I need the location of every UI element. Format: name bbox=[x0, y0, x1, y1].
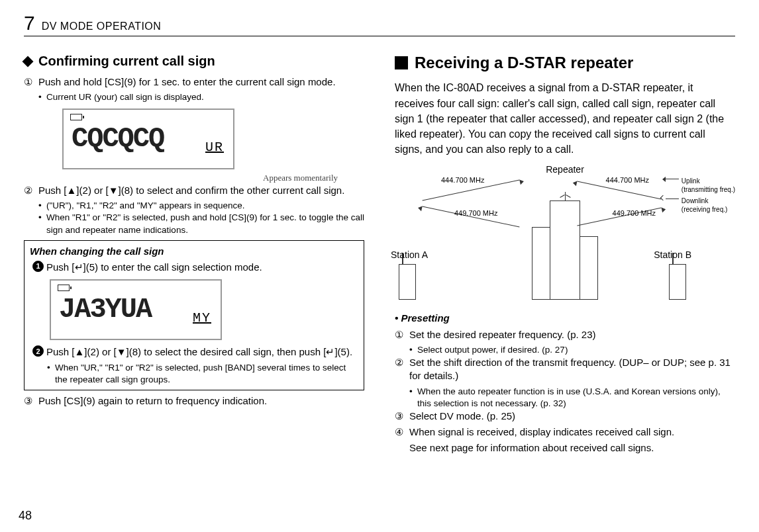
preset-step-2: ② Set the shift direction of the transmi… bbox=[395, 356, 735, 383]
preset-2-bullet-text: When the auto repeater function is in us… bbox=[417, 386, 735, 410]
step-2-number: ② bbox=[24, 184, 38, 197]
diagram-legend: Uplink (transmitting freq.) Downlink (re… bbox=[666, 177, 735, 216]
presetting-heading: • Presetting bbox=[395, 312, 735, 325]
lcd-display-2: JA3YUA MY bbox=[50, 279, 222, 340]
intro-paragraph: When the IC-80AD receives a signal from … bbox=[395, 80, 735, 157]
bullet-dot: • bbox=[47, 362, 55, 386]
bullet-dot: • bbox=[409, 386, 417, 410]
lcd-display-1: CQCQCQ UR bbox=[62, 109, 234, 169]
right-section-heading: Receiving a D-STAR repeater bbox=[395, 52, 735, 73]
page: 7 DV MODE OPERATION Conﬁrming current ca… bbox=[0, 0, 759, 532]
bullet-dot: • bbox=[38, 91, 46, 103]
step-2-bullet-2-text: When "R1" or "R2" is selected, push and … bbox=[46, 212, 364, 236]
solid-arrow-icon bbox=[666, 179, 679, 184]
preset-2-text: Set the shift direction of the transmit … bbox=[409, 356, 735, 383]
left-section-title: Conﬁrming current call sign bbox=[38, 52, 215, 70]
station-a-label: Station A bbox=[391, 249, 428, 261]
legend-uplink-text: Uplink (transmitting freq.) bbox=[682, 177, 735, 194]
left-section-heading: Conﬁrming current call sign bbox=[24, 52, 364, 70]
step-1-number: ① bbox=[24, 75, 38, 89]
box-bullet-text: When "UR," "R1" or "R2" is selected, pus… bbox=[55, 362, 358, 386]
diamond-icon bbox=[23, 56, 34, 67]
change-callsign-box: When changing the call sign 1 Push [↵](5… bbox=[24, 240, 364, 390]
lcd-1-annotation: Appears momentarily bbox=[24, 172, 338, 184]
preset-4-continuation: See next page for information about rece… bbox=[409, 441, 735, 455]
box-step-2-text: Push [▲](2) or [▼](8) to select the desi… bbox=[46, 345, 358, 359]
preset-2-number: ② bbox=[395, 356, 409, 383]
step-2-bullet-1-text: ("UR"), "R1," "R2" and "MY" appears in s… bbox=[46, 200, 244, 212]
square-icon bbox=[395, 56, 408, 69]
box-step-2: 2 Push [▲](2) or [▼](8) to select the de… bbox=[32, 345, 358, 359]
step-2: ② Push [▲](2) or [▼](8) to select and co… bbox=[24, 184, 364, 197]
two-column-layout: Conﬁrming current call sign ① Push and h… bbox=[24, 52, 735, 455]
bullet-dot: • bbox=[409, 344, 417, 356]
radio-a-icon bbox=[399, 264, 416, 300]
page-number: 48 bbox=[19, 509, 32, 523]
box-step-1: 1 Push [↵](5) to enter the call sign sel… bbox=[32, 261, 358, 274]
preset-step-1: ① Set the desired repeater frequency. (p… bbox=[395, 328, 735, 341]
lcd-1-main: CQCQCQ bbox=[72, 120, 164, 158]
left-column: Conﬁrming current call sign ① Push and h… bbox=[24, 52, 364, 455]
station-b-label: Station B bbox=[654, 249, 691, 261]
circle-1-icon: 1 bbox=[32, 261, 44, 272]
page-header: 7 DV MODE OPERATION bbox=[24, 12, 735, 36]
hollow-arrow-icon bbox=[666, 199, 679, 204]
lcd-2-main: JA3YUA bbox=[59, 291, 151, 329]
box-step-1-text: Push [↵](5) to enter the call sign selec… bbox=[46, 261, 358, 274]
preset-1-bullet: • Select output power, if desired. (p. 2… bbox=[409, 344, 735, 356]
right-section-title: Receiving a D-STAR repeater bbox=[415, 52, 633, 73]
step-3-number: ③ bbox=[24, 394, 38, 408]
preset-1-bullet-text: Select output power, if desired. (p. 27) bbox=[417, 344, 568, 356]
right-column: Receiving a D-STAR repeater When the IC-… bbox=[395, 52, 735, 455]
step-1-bullet: • Current UR (your) call sign is display… bbox=[38, 91, 364, 103]
battery-icon bbox=[70, 114, 82, 120]
legend-downlink-text: Downlink (receiving freq.) bbox=[682, 197, 727, 214]
step-2-text: Push [▲](2) or [▼](8) to select and conﬁ… bbox=[38, 184, 364, 197]
lcd-1-indicator: UR bbox=[205, 138, 224, 156]
preset-step-4: ④ When signal is received, display indic… bbox=[395, 425, 735, 439]
downlink-left-freq: 449.700 MHz bbox=[454, 208, 497, 218]
repeater-diagram: Repeater Station A Station B 444.700 MHz bbox=[395, 163, 735, 302]
downlink-right-freq: 449.700 MHz bbox=[613, 208, 656, 218]
battery-icon bbox=[58, 285, 70, 291]
chapter-title: DV MODE OPERATION bbox=[42, 21, 162, 32]
bullet-dot: • bbox=[38, 212, 46, 236]
preset-3-text: Select DV mode. (p. 25) bbox=[409, 410, 735, 423]
preset-3-number: ③ bbox=[395, 410, 409, 423]
legend-downlink: Downlink (receiving freq.) bbox=[666, 197, 735, 214]
preset-1-text: Set the desired repeater frequency. (p. … bbox=[409, 328, 735, 341]
step-2-bullet-2: • When "R1" or "R2" is selected, push an… bbox=[38, 212, 364, 236]
radio-b-icon bbox=[669, 264, 686, 300]
preset-2-bullet: • When the auto repeater function is in … bbox=[409, 386, 735, 410]
step-3: ③ Push [CS](9) again to return to freque… bbox=[24, 394, 364, 408]
circle-2-icon: 2 bbox=[32, 345, 44, 357]
bullet-dot: • bbox=[38, 200, 46, 212]
uplink-left-freq: 444.700 MHz bbox=[441, 175, 484, 185]
preset-4-text: When signal is received, display indicat… bbox=[409, 425, 735, 439]
step-1: ① Push and hold [CS](9) for 1 sec. to en… bbox=[24, 75, 364, 89]
preset-step-3: ③ Select DV mode. (p. 25) bbox=[395, 410, 735, 423]
antenna-icon bbox=[565, 192, 566, 201]
box-title: When changing the call sign bbox=[30, 245, 358, 258]
step-1-text: Push and hold [CS](9) for 1 sec. to ente… bbox=[38, 75, 364, 89]
step-3-text: Push [CS](9) again to return to frequenc… bbox=[38, 394, 364, 408]
repeater-label: Repeater bbox=[546, 163, 584, 176]
box-bullet: • When "UR," "R1" or "R2" is selected, p… bbox=[47, 362, 358, 386]
chapter-number: 7 bbox=[24, 12, 35, 34]
step-1-bullet-text: Current UR (your) call sign is displayed… bbox=[46, 91, 204, 103]
lcd-2-indicator: MY bbox=[193, 309, 211, 327]
legend-uplink: Uplink (transmitting freq.) bbox=[666, 177, 735, 194]
preset-4-number: ④ bbox=[395, 425, 409, 439]
step-2-bullet-1: • ("UR"), "R1," "R2" and "MY" appears in… bbox=[38, 200, 364, 212]
uplink-right-freq: 444.700 MHz bbox=[606, 175, 649, 185]
preset-1-number: ① bbox=[395, 328, 409, 341]
building-icon bbox=[532, 200, 598, 300]
